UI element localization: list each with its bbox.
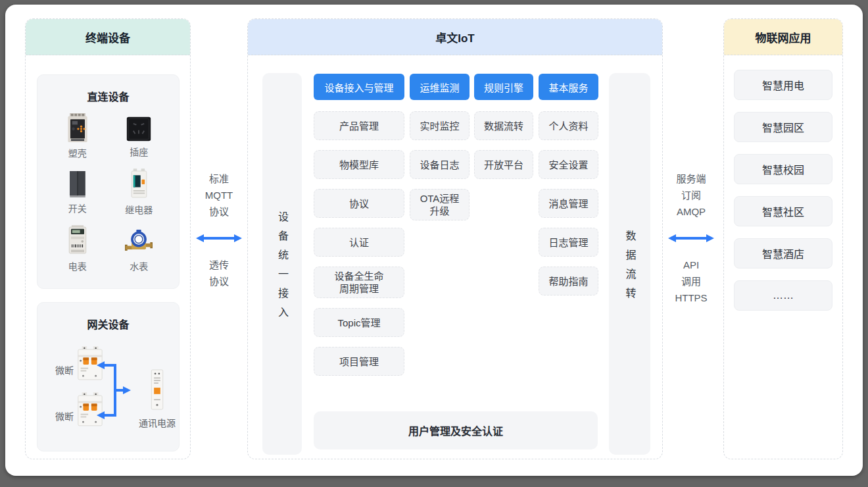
feature-box: 开放平台 [474,150,533,179]
iot-platform-panel: 卓文IoT 设备统一接入 数据流转 设备接入与管理 产品管理 物模型库 协议 认… [247,18,663,459]
feature-box: 数据流转 [474,111,533,140]
breaker-top-label: 微断 [55,363,74,376]
diagram-canvas: 终端设备 直连设备 [5,5,863,476]
comm-power-icon [149,369,165,411]
app-item: 智慧校园 [734,154,832,184]
electric-meter-icon [64,224,91,257]
protocol-text-bottom: API 调用 HTTPS [675,257,707,306]
terminal-devices-panel: 终端设备 直连设备 [25,18,191,459]
gateway-wiring-arrows [93,357,133,423]
feature-box: 项目管理 [314,347,404,376]
gateway-devices-card: 网关设备 微断 微断 [37,302,180,451]
left-protocol-connector: 标准 MQTT 协议 透传 协议 [192,170,246,290]
column-items: 实时监控 设备日志 OTA远程 升级 [410,111,470,220]
iot-applications-panel: 物联网应用 智慧用电 智慧园区 智慧校园 智慧社区 智慧酒店 …… [723,18,843,459]
column-basic-services: 基本服务 个人资料 安全设置 消息管理 日志管理 帮助指南 [539,74,598,295]
column-ops-monitoring: 运维监测 实时监控 设备日志 OTA远程 升级 [410,74,470,220]
direct-devices-title: 直连设备 [37,75,179,104]
device-water-meter: 水表 [111,224,168,272]
column-items: 数据流转 开放平台 [474,111,533,179]
feature-box: 个人资料 [539,111,598,140]
column-device-access: 设备接入与管理 产品管理 物模型库 协议 认证 设备全生命 周期管理 Topic… [314,74,404,376]
feature-box: OTA远程 升级 [410,189,470,220]
water-meter-icon [124,229,153,257]
feature-box: 产品管理 [314,111,404,140]
architecture-diagram: 终端设备 直连设备 [0,0,868,487]
device-grid: 塑壳 插座 [37,104,179,272]
comm-power-label: 通讯电源 [127,416,187,429]
double-arrow-icon [667,233,715,244]
relay-icon [126,167,152,200]
device-access-rail: 设备统一接入 [262,73,302,455]
device-electric-meter: 电表 [49,224,106,272]
column-header-ops-monitoring: 运维监测 [410,74,470,100]
data-flow-rail: 数据流转 [609,73,650,455]
feature-box: Topic管理 [314,308,404,337]
feature-box: 协议 [314,189,404,218]
breaker-bottom-label: 微断 [55,409,74,423]
app-item: 智慧用电 [734,70,832,100]
protocol-text-top: 标准 MQTT 协议 [205,170,233,220]
feature-box: 消息管理 [539,189,598,218]
protocol-text-bottom: 透传 协议 [209,257,229,290]
terminal-panel-title: 终端设备 [26,19,190,55]
device-label: 电表 [68,259,87,272]
device-relay: 继电器 [111,167,168,216]
wall-switch-icon [64,170,91,199]
feature-box: 安全设置 [539,150,598,179]
column-items: 产品管理 物模型库 协议 认证 设备全生命 周期管理 Topic管理 项目管理 [314,111,404,376]
app-item-more: …… [734,280,832,311]
feature-box: 帮助指南 [539,267,598,295]
feature-box: 设备日志 [410,150,470,179]
device-switch: 开关 [49,167,106,216]
device-socket: 插座 [111,112,168,159]
gateway-devices-title: 网关设备 [37,303,179,332]
feature-box: 物模型库 [314,150,404,179]
device-label: 塑壳 [68,146,87,159]
column-header-device-access: 设备接入与管理 [314,74,404,100]
mccb-icon [63,112,92,143]
app-item: 智慧园区 [734,112,832,142]
column-items: 个人资料 安全设置 消息管理 日志管理 帮助指南 [539,111,598,295]
data-flow-rail-label: 数据流转 [622,222,638,307]
feature-box: 日志管理 [539,228,598,257]
app-item: 智慧酒店 [734,238,832,269]
apps-list: 智慧用电 智慧园区 智慧校园 智慧社区 智慧酒店 …… [724,55,842,311]
direct-devices-card: 直连设备 塑壳 [37,74,180,289]
device-label: 水表 [130,259,148,272]
feature-box: 认证 [314,228,404,257]
socket-icon [126,116,152,142]
app-item: 智慧社区 [734,196,832,226]
column-header-basic-services: 基本服务 [539,74,598,100]
column-rule-engine: 规则引擎 数据流转 开放平台 [474,74,533,179]
user-management-bar: 用户管理及安全认证 [314,411,598,449]
platform-panel-title: 卓文IoT [248,19,662,55]
device-access-rail-label: 设备统一接入 [274,203,290,326]
protocol-text-top: 服务端 订阅 AMQP [676,170,706,220]
double-arrow-icon [195,233,243,244]
feature-box: 实时监控 [410,111,470,140]
right-protocol-connector: 服务端 订阅 AMQP API 调用 HTTPS [661,170,721,306]
apps-panel-title: 物联网应用 [724,19,842,55]
device-label: 继电器 [125,203,153,216]
device-mccb: 塑壳 [49,112,106,159]
device-label: 开关 [68,201,87,215]
device-label: 插座 [130,145,148,158]
feature-box: 设备全生命 周期管理 [314,267,404,298]
column-header-rule-engine: 规则引擎 [474,74,533,100]
